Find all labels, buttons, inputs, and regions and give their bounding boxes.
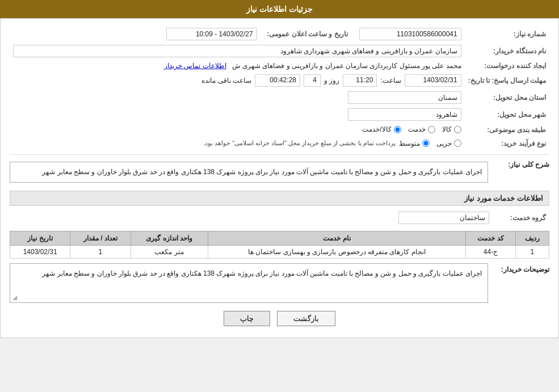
date-label: تاریخ و ساعت اعلان عمومی: bbox=[260, 26, 351, 43]
buyer-org-label: نام دستگاه خریدار: bbox=[465, 43, 549, 60]
deadline-day-label: روز و bbox=[324, 77, 339, 85]
service-group-table: گروه خدمت: ساختمان bbox=[10, 209, 549, 226]
deadline-remaining: 00:42:28 bbox=[255, 74, 300, 87]
col-count: تعداد / مقدار bbox=[70, 231, 131, 245]
col-code: کد خدمت bbox=[466, 231, 515, 245]
category-option-khadamat[interactable]: خدمت bbox=[408, 125, 435, 133]
creator-label: ایجاد کننده درخواست: bbox=[465, 60, 549, 72]
category-option-khadamat-label: خدمت bbox=[408, 125, 426, 133]
general-desc-label: شرح کلی نیاز: bbox=[493, 158, 549, 168]
deadline-label: مهلت ارسال پاسخ: تا تاریخ: bbox=[465, 72, 549, 89]
category-label: طبقه بندی موضوعی: bbox=[465, 123, 549, 137]
creator-value: محمد علی پور مسئول کاربردازی سازمان عمرا… bbox=[232, 62, 461, 70]
category-option-kala[interactable]: کالا bbox=[442, 125, 461, 133]
services-table: ردیف کد خدمت نام خدمت واحد اندازه گیری ت… bbox=[10, 231, 549, 259]
separator-1 bbox=[10, 154, 549, 155]
bottom-buttons: بازگشت چاپ bbox=[10, 311, 549, 326]
page-header: جزئیات اطلاعات نیاز bbox=[0, 0, 559, 18]
creator-contact-link[interactable]: اطلاعات تماس خریدار bbox=[164, 62, 226, 70]
table-row: 1ج-44انجام کارهای متفرقه درخصوص بازسازی … bbox=[10, 245, 549, 258]
request-number-value: 1103100586000041 bbox=[359, 28, 461, 40]
request-number-label: شماره نیاز: bbox=[465, 26, 549, 43]
deadline-days: 4 bbox=[304, 74, 321, 87]
category-option-kala-khadamat[interactable]: کالا/خدمت bbox=[362, 125, 401, 133]
service-group-value: ساختمان bbox=[398, 212, 489, 224]
buyer-org-value: سازمان عمران و بازافرینی و فضاهای شهری ش… bbox=[13, 45, 461, 57]
province-label: استان محل تحویل: bbox=[465, 89, 549, 106]
buyer-desc-section: توضیحات خریدار: اجرای عملیات بارگیری و ح… bbox=[10, 263, 549, 303]
city-label: شهر محل تحویل: bbox=[465, 106, 549, 123]
back-button[interactable]: بازگشت bbox=[277, 311, 335, 326]
process-option-jozi[interactable]: جزیی bbox=[436, 140, 461, 147]
deadline-date: 1403/02/31 bbox=[405, 74, 461, 87]
category-option-kala-khadamat-label: کالا/خدمت bbox=[362, 125, 391, 133]
date-value: 1403/02/27 - 10:09 bbox=[166, 28, 257, 40]
col-unit: واحد اندازه گیری bbox=[131, 231, 208, 245]
general-desc-section: شرح کلی نیاز: اجرای عملیات بارگیری و حمل… bbox=[10, 158, 549, 186]
deadline-remaining-label: ساعت باقی مانده bbox=[201, 77, 251, 85]
col-name: نام خدمت bbox=[208, 231, 466, 245]
general-desc-text: اجرای عملیات بارگیری و حمل و شن و مصالح … bbox=[10, 162, 488, 183]
buyer-desc-text: اجرای عملیات بارگیری و حمل و شن و مصالح … bbox=[10, 263, 488, 303]
process-radio-group: جزیی متوسط bbox=[399, 140, 461, 147]
service-group-label: گروه خدمت: bbox=[493, 209, 549, 226]
process-label: نوع فرآیند خرید: bbox=[465, 137, 549, 150]
info-table: شماره نیاز: 1103100586000041 تاریخ و ساع… bbox=[10, 26, 549, 150]
col-row: ردیف bbox=[515, 231, 549, 245]
deadline-time-label: ساعت: bbox=[380, 77, 401, 85]
city-value: شاهرود bbox=[348, 108, 461, 121]
col-date: تاریخ نیاز bbox=[10, 231, 70, 245]
province-value: سمنان bbox=[348, 91, 461, 104]
buyer-desc-label: توضیحات خریدار: bbox=[493, 263, 549, 273]
page-title: جزئیات اطلاعات نیاز bbox=[246, 5, 313, 14]
process-option-motavaset[interactable]: متوسط bbox=[399, 140, 430, 147]
process-option-jozi-label: جزیی bbox=[436, 140, 452, 147]
print-button[interactable]: چاپ bbox=[224, 311, 270, 326]
category-option-kala-label: کالا bbox=[442, 125, 452, 133]
services-section-title: اطلاعات خدمات مورد نیاز bbox=[10, 191, 549, 206]
deadline-time: 11:20 bbox=[343, 74, 377, 87]
process-option-motavaset-label: متوسط bbox=[399, 140, 420, 147]
category-radio-group: کالا خدمت کالا/خدمت bbox=[362, 125, 461, 133]
process-note: پرداخت تمام یا بخشی از مبلغ خریداز محل "… bbox=[203, 140, 396, 147]
